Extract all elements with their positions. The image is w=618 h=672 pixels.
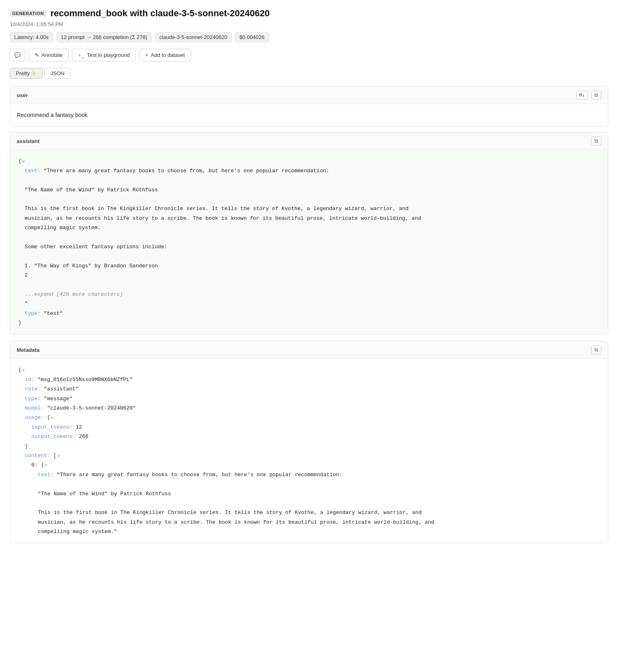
assistant-json-line-16: } (18, 318, 600, 327)
assistant-message-body: {∨ text: "There are many great fantasy b… (10, 150, 608, 334)
meta-line-14 (18, 499, 600, 508)
meta-line-1: id: "msg_016o1z55Nsso9MBNX6bNZfPL" (18, 375, 600, 384)
assistant-json-line-5: This is the first book in The Kingkiller… (18, 204, 600, 213)
metadata-block: Metadata ⧉ {∨ id: "msg_016o1z55Nsso9MBNX… (10, 341, 608, 543)
meta-line-10: 0: {∨ (18, 460, 600, 470)
timestamp: 10/4/2024, 1:05:54 PM (10, 21, 608, 27)
comment-button[interactable]: 💬 (10, 49, 25, 61)
metadata-title: Metadata (17, 347, 39, 353)
json-label: JSON (50, 70, 65, 76)
playground-icon: ›_ (78, 52, 85, 58)
annotate-button[interactable]: ✎ Annotate (28, 49, 69, 61)
json-view-button[interactable]: JSON (44, 68, 71, 79)
assistant-json-line-8 (18, 233, 600, 242)
meta-line-7: output_tokens: 266 (18, 432, 600, 441)
meta-line-16: musician, as he recounts his life story … (18, 518, 600, 527)
assistant-role-label: assistant (17, 138, 39, 144)
meta-line-5: usage: {∨ (18, 413, 600, 422)
assistant-json-line-0: {∨ (18, 156, 600, 166)
test-playground-label: Test in playground (87, 52, 130, 58)
meta-line-15: This is the first book in The Kingkiller… (18, 508, 600, 517)
assistant-json-line-7: compelling magic system. (18, 223, 600, 232)
assistant-copy-icon: ⧉ (594, 138, 598, 144)
assistant-json-line-12: 2 (18, 271, 600, 280)
assistant-message-icons: ⧉ (591, 137, 601, 145)
user-message-body: Recommend a fantasy book (10, 104, 608, 126)
view-toggle: Pretty✨ JSON (10, 68, 608, 79)
meta-line-13: "The Name of the Wind" by Patrick Rothfu… (18, 489, 600, 499)
assistant-json-expand[interactable]: ...expand (420 more characters) (18, 290, 600, 299)
add-dataset-button[interactable]: + Add to dataset (139, 49, 191, 61)
cost-pill: $0.004026 (235, 32, 269, 42)
add-dataset-label: Add to dataset (151, 52, 185, 58)
assistant-json-line-4 (18, 195, 600, 204)
meta-line-6: input_tokens: 12 (18, 423, 600, 432)
assistant-json-line-14: " (18, 299, 600, 308)
assistant-message-block: assistant ⧉ {∨ text: "There are many gre… (10, 132, 608, 334)
assistant-json-line-11: 1. "The Way of Kings" by Brandon Sanders… (18, 261, 600, 271)
meta-line-8: } (18, 442, 600, 451)
user-message-content: Recommend a fantasy book (17, 112, 87, 118)
test-playground-button[interactable]: ›_ Test in playground (72, 49, 136, 61)
metadata-copy-button[interactable]: ⧉ (591, 345, 601, 354)
page-title: recommend_book with claude-3-5-sonnet-20… (50, 8, 270, 19)
action-bar: 💬 ✎ Annotate ›_ Test in playground + Add… (10, 49, 608, 61)
user-role-label: user (17, 92, 28, 98)
pretty-label: Pretty (16, 70, 30, 76)
meta-line-17: compelling magic system." (18, 527, 600, 536)
meta-line-4: model: "claude-3-5-sonnet-20240620" (18, 403, 600, 413)
meta-line-0: {∨ (18, 365, 600, 375)
assistant-copy-button[interactable]: ⧉ (591, 137, 601, 145)
annotate-label: Annotate (41, 52, 63, 58)
meta-line-12 (18, 479, 600, 489)
assistant-json-line-1: text: "There are many great fantasy book… (18, 166, 600, 176)
user-copy-button[interactable]: ⧉ (591, 91, 601, 100)
latency-pill: Latency: 4.00s (10, 32, 53, 42)
pretty-view-button[interactable]: Pretty✨ (10, 68, 43, 79)
assistant-json-line-2 (18, 176, 600, 185)
assistant-json-line-6: musician, as he recounts his life story … (18, 214, 600, 223)
metadata-body: {∨ id: "msg_016o1z55Nsso9MBNX6bNZfPL" ro… (10, 359, 608, 543)
user-markdown-button[interactable]: M↓ (576, 91, 588, 100)
sparkle-icon: ✨ (30, 71, 37, 76)
assistant-json-line-15: type: "text" (18, 309, 600, 318)
user-message-header: user M↓ ⧉ (10, 87, 608, 104)
page-header: GENERATION recommend_book with claude-3-… (10, 8, 608, 19)
meta-line-11: text: "There are many great fantasy book… (18, 470, 600, 479)
user-message-icons: M↓ ⧉ (576, 91, 601, 100)
user-message-block: user M↓ ⧉ Recommend a fantasy book (10, 86, 608, 126)
assistant-json-line-3: "The Name of the Wind" by Patrick Rothfu… (18, 185, 600, 195)
meta-line-9: content: [∨ (18, 451, 600, 460)
tokens-pill: 12 prompt → 266 completion (Σ 278) (57, 32, 152, 42)
assistant-message-header: assistant ⧉ (10, 132, 608, 150)
meta-bar: Latency: 4.00s 12 prompt → 266 completio… (10, 32, 608, 42)
generation-badge: GENERATION (10, 10, 46, 17)
copy-icon: ⧉ (594, 92, 598, 98)
markdown-icon: M↓ (579, 93, 585, 98)
annotate-icon: ✎ (35, 52, 39, 58)
assistant-json-line-13 (18, 280, 600, 289)
meta-line-3: type: "message" (18, 394, 600, 403)
comment-icon: 💬 (14, 52, 21, 58)
meta-line-2: role: "assistant" (18, 384, 600, 394)
assistant-json-line-10 (18, 251, 600, 261)
assistant-json-line-9: Some other excellent fantasy options inc… (18, 242, 600, 251)
plus-icon: + (145, 52, 148, 58)
model-pill: claude-3-5-sonnet-20240620 (155, 32, 232, 42)
metadata-header: Metadata ⧉ (10, 341, 608, 359)
metadata-copy-icon: ⧉ (594, 347, 598, 353)
